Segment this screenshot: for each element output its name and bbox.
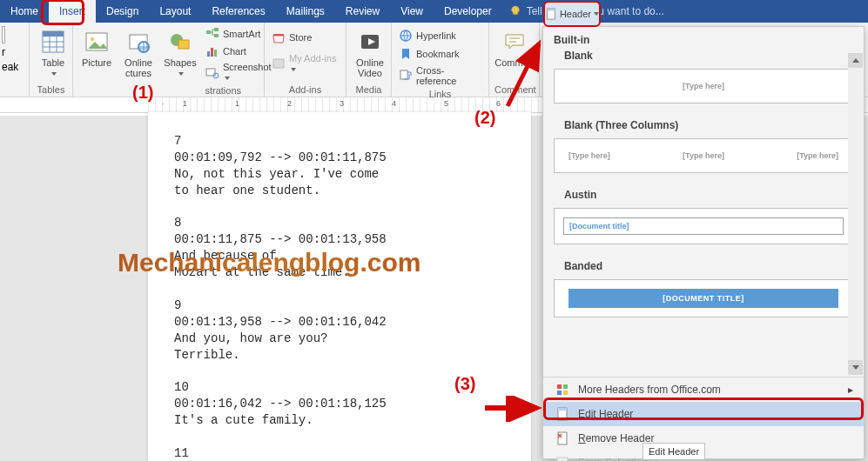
addins-icon	[272, 57, 286, 70]
scroll-up-button[interactable]	[848, 53, 863, 68]
bookmark-label: Bookmark	[416, 49, 460, 59]
group-tables-label: Tables	[35, 83, 67, 95]
table-button[interactable]: Table	[35, 26, 71, 80]
svg-rect-11	[178, 40, 189, 49]
tab-mailings[interactable]: Mailings	[276, 0, 335, 23]
group-addins-label: Add-ins	[270, 83, 340, 95]
shapes-label: Shapes	[164, 57, 196, 78]
tab-developer[interactable]: Developer	[434, 0, 502, 23]
pictures-button[interactable]: Picture	[78, 26, 115, 70]
pictures-icon	[83, 28, 111, 56]
pictures-label: Picture	[82, 57, 111, 68]
svg-rect-31	[557, 384, 562, 389]
svg-rect-23	[400, 70, 407, 79]
video-icon	[356, 28, 384, 56]
tabs-bar: Home Insert Design Layout References Mai…	[0, 0, 868, 23]
store-button[interactable]: Store	[270, 30, 313, 45]
svg-rect-34	[563, 391, 568, 395]
svg-rect-20	[273, 59, 284, 68]
banded-template[interactable]: [DOCUMENT TITLE]	[554, 279, 853, 317]
group-media-label: Media	[352, 83, 386, 95]
austin-template[interactable]: [Document title]	[554, 208, 853, 244]
online-video-label: Online Video	[356, 57, 384, 78]
hyperlink-button[interactable]: Hyperlink	[397, 28, 458, 43]
my-addins-button[interactable]: My Add-ins	[270, 52, 340, 75]
tab-insert[interactable]: Insert	[49, 0, 96, 23]
shapes-button[interactable]: Shapes	[162, 26, 198, 80]
comment-button[interactable]: Commen	[495, 26, 534, 70]
pages-icon[interactable]	[2, 26, 5, 43]
submenu-arrow-icon: ▸	[848, 384, 853, 396]
group-comments-label: Comment	[495, 83, 534, 95]
edit-header-label: Edit Header	[578, 408, 633, 420]
document-body-text[interactable]: 7 00:01:09,792 --> 00:01:11,875 No, not …	[174, 133, 505, 461]
three-cols-template-label: Blank (Three Columns)	[554, 112, 853, 135]
page-break-label[interactable]: eak	[2, 61, 18, 73]
edit-header-menu-item[interactable]: Edit Header	[543, 402, 864, 426]
svg-rect-12	[206, 30, 211, 34]
smartart-label: SmartArt	[223, 29, 260, 39]
header-page-icon	[545, 8, 557, 20]
cross-reference-button[interactable]: Cross-reference	[397, 64, 483, 87]
svg-rect-33	[557, 391, 562, 395]
office-icon	[555, 383, 569, 397]
tab-layout[interactable]: Layout	[149, 0, 201, 23]
group-comments: Commen Comment	[489, 23, 540, 97]
chart-button[interactable]: Chart	[204, 43, 273, 59]
group-pages: r eak	[0, 23, 30, 97]
svg-rect-16	[211, 48, 213, 57]
tab-home[interactable]: Home	[0, 0, 49, 23]
tab-insert-label: Insert	[59, 5, 85, 17]
austin-placeholder: [Document title]	[563, 217, 844, 235]
online-pictures-label: Online ctures	[124, 57, 152, 78]
my-addins-label: My Add-ins	[289, 53, 339, 74]
screenshot-button[interactable]: Screenshot	[204, 61, 273, 84]
lightbulb-icon	[509, 5, 521, 17]
screenshot-icon	[205, 65, 219, 79]
online-pictures-button[interactable]: Online ctures	[120, 26, 157, 80]
svg-rect-1	[43, 31, 64, 37]
svg-rect-36	[558, 408, 567, 411]
bookmark-icon	[399, 47, 413, 61]
smartart-button[interactable]: SmartArt	[204, 26, 273, 42]
cross-reference-icon	[399, 69, 413, 83]
page[interactable]: 7 00:01:09,792 --> 00:01:11,875 No, not …	[148, 112, 531, 461]
store-icon	[272, 30, 286, 44]
remove-header-icon	[555, 431, 569, 445]
more-headers-menu-item[interactable]: More Headers from Office.com ▸	[543, 377, 864, 402]
scroll-down-button[interactable]	[848, 360, 863, 375]
bookmark-button[interactable]: Bookmark	[397, 46, 461, 62]
chevron-down-icon	[594, 12, 599, 16]
header-gallery-panel: Header Built-in Blank [Type here] Blank …	[542, 26, 865, 459]
group-illustrations: Picture Online ctures Shapes	[73, 23, 265, 97]
banded-placeholder: [DOCUMENT TITLE]	[569, 289, 838, 308]
svg-rect-30	[548, 9, 555, 11]
gallery-scroll-area: Blank [Type here] Blank (Three Columns) …	[543, 50, 864, 377]
group-addins: Store My Add-ins Add-ins	[265, 23, 347, 97]
svg-rect-14	[214, 34, 219, 37]
group-pages-label	[2, 93, 24, 95]
tab-view[interactable]: View	[390, 0, 434, 23]
svg-rect-15	[207, 51, 210, 57]
builtin-section-label: Built-in	[543, 27, 864, 50]
shapes-icon	[166, 28, 194, 56]
svg-rect-13	[214, 28, 219, 31]
tab-references[interactable]: References	[201, 0, 275, 23]
blank-template[interactable]: [Type here]	[554, 69, 853, 104]
gallery-scrollbar[interactable]	[848, 53, 863, 375]
group-media: Online Video Media	[347, 23, 392, 97]
hyperlink-label: Hyperlink	[416, 30, 456, 41]
blank-page-label[interactable]: r	[2, 46, 5, 58]
header-button-label: Header	[560, 9, 591, 19]
table-icon	[39, 28, 67, 56]
three-cols-ph-1: [Type here]	[569, 151, 610, 160]
tab-design[interactable]: Design	[96, 0, 149, 23]
comment-icon	[501, 28, 528, 56]
edit-header-icon	[555, 407, 569, 421]
header-button[interactable]: Header	[543, 1, 601, 27]
austin-template-label: Austin	[554, 182, 853, 204]
online-video-button[interactable]: Online Video	[352, 26, 388, 80]
tab-review[interactable]: Review	[335, 0, 390, 23]
blank-placeholder: [Type here]	[569, 82, 838, 90]
three-cols-template[interactable]: [Type here] [Type here] [Type here]	[554, 138, 853, 173]
